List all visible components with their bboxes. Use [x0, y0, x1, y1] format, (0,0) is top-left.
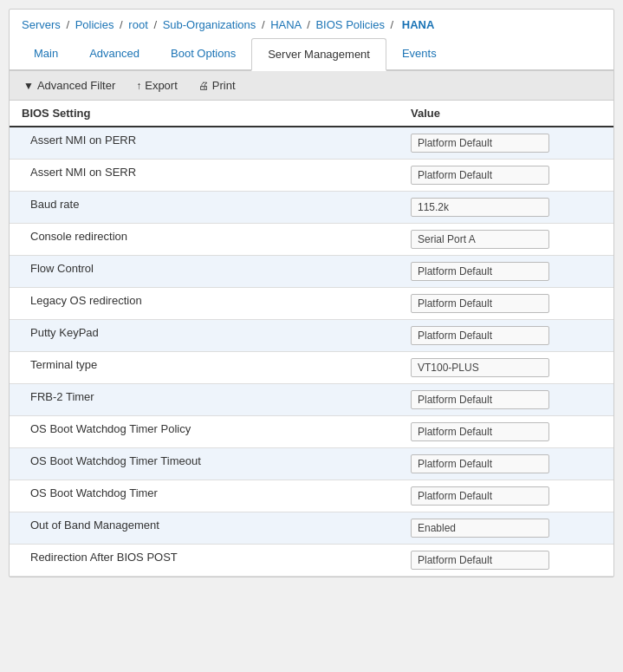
value-box: Platform Default: [411, 134, 549, 153]
breadcrumb-hana[interactable]: HANA: [270, 18, 301, 31]
value-box: Platform Default: [411, 262, 549, 281]
print-icon: 🖨: [198, 80, 209, 92]
breadcrumb-policies[interactable]: Policies: [75, 18, 114, 31]
cell-value: Platform Default: [411, 454, 601, 473]
cell-setting: Console redirection: [22, 230, 411, 249]
print-button[interactable]: 🖨 Print: [195, 77, 239, 94]
print-label: Print: [212, 79, 236, 92]
table-row: OS Boot Watchdog Timer Policy Platform D…: [10, 416, 613, 448]
breadcrumb-servers[interactable]: Servers: [22, 18, 61, 31]
cell-value: Platform Default: [411, 134, 601, 153]
breadcrumb-sub-organizations[interactable]: Sub-Organizations: [163, 18, 256, 31]
value-box: Platform Default: [411, 294, 549, 313]
cell-value: Platform Default: [411, 551, 601, 570]
value-box: Platform Default: [411, 422, 549, 441]
cell-value: 115.2k: [411, 198, 601, 217]
table-row: Baud rate 115.2k: [10, 192, 613, 224]
value-box: Enabled: [411, 519, 549, 538]
value-box: Platform Default: [411, 551, 549, 570]
cell-setting: Putty KeyPad: [22, 326, 411, 345]
cell-setting: Flow Control: [22, 262, 411, 281]
cell-value: Platform Default: [411, 486, 601, 506]
table-row: FRB-2 Timer Platform Default: [10, 384, 613, 416]
breadcrumb-root[interactable]: root: [128, 18, 147, 31]
cell-setting: OS Boot Watchdog Timer Timeout: [22, 454, 411, 473]
cell-setting: Assert NMI on SERR: [22, 166, 411, 185]
value-box: 115.2k: [411, 198, 549, 217]
value-box: Platform Default: [411, 486, 549, 506]
value-box: Serial Port A: [411, 230, 549, 249]
cell-setting: OS Boot Watchdog Timer Policy: [22, 422, 411, 441]
cell-setting: Baud rate: [22, 198, 411, 217]
filter-icon: ▼: [23, 80, 34, 92]
cell-value: Platform Default: [411, 294, 601, 313]
cell-setting: Redirection After BIOS POST: [22, 551, 411, 570]
advanced-filter-button[interactable]: ▼ Advanced Filter: [20, 77, 119, 94]
value-box: Platform Default: [411, 390, 549, 409]
tab-advanced[interactable]: Advanced: [74, 38, 155, 71]
cell-value: Platform Default: [411, 422, 601, 441]
breadcrumb: Servers / Policies / root / Sub-Organiza…: [10, 10, 613, 38]
table-row: Flow Control Platform Default: [10, 256, 613, 288]
cell-value: Enabled: [411, 519, 601, 538]
col-header-setting: BIOS Setting: [22, 107, 411, 120]
tabs-bar: Main Advanced Boot Options Server Manage…: [10, 38, 613, 71]
table-row: Terminal type VT100-PLUS: [10, 352, 613, 384]
table-header: BIOS Setting Value: [10, 101, 613, 127]
cell-setting: Legacy OS redirection: [22, 294, 411, 313]
main-container: Servers / Policies / root / Sub-Organiza…: [9, 9, 614, 577]
table-row: Console redirection Serial Port A: [10, 224, 613, 256]
cell-setting: Assert NMI on PERR: [22, 134, 411, 153]
tab-boot-options[interactable]: Boot Options: [155, 38, 251, 71]
table-row: Legacy OS redirection Platform Default: [10, 288, 613, 320]
cell-value: VT100-PLUS: [411, 358, 601, 377]
tab-server-management[interactable]: Server Management: [251, 38, 386, 71]
table-row: Assert NMI on PERR Platform Default: [10, 127, 613, 160]
breadcrumb-current: HANA: [402, 18, 435, 31]
breadcrumb-bios-policies[interactable]: BIOS Policies: [315, 18, 384, 31]
cell-value: Serial Port A: [411, 230, 601, 249]
export-icon: ↑: [136, 80, 141, 92]
cell-value: Platform Default: [411, 166, 601, 185]
table-row: OS Boot Watchdog Timer Timeout Platform …: [10, 448, 613, 480]
tab-main[interactable]: Main: [18, 38, 74, 71]
cell-setting: FRB-2 Timer: [22, 390, 411, 409]
cell-setting: Terminal type: [22, 358, 411, 377]
export-button[interactable]: ↑ Export: [133, 77, 181, 94]
cell-value: Platform Default: [411, 262, 601, 281]
table-body: Assert NMI on PERR Platform Default Asse…: [10, 127, 613, 577]
value-box: Platform Default: [411, 166, 549, 185]
table-row: Putty KeyPad Platform Default: [10, 320, 613, 352]
toolbar: ▼ Advanced Filter ↑ Export 🖨 Print: [10, 71, 613, 101]
value-box: Platform Default: [411, 454, 549, 473]
value-box: Platform Default: [411, 326, 549, 345]
table-row: Redirection After BIOS POST Platform Def…: [10, 545, 613, 577]
cell-setting: Out of Band Management: [22, 519, 411, 538]
cell-value: Platform Default: [411, 390, 601, 409]
table-row: Assert NMI on SERR Platform Default: [10, 160, 613, 192]
export-label: Export: [145, 79, 178, 92]
cell-value: Platform Default: [411, 326, 601, 345]
col-header-value: Value: [411, 107, 601, 120]
value-box: VT100-PLUS: [411, 358, 549, 377]
filter-label: Advanced Filter: [37, 79, 115, 92]
table-row: Out of Band Management Enabled: [10, 512, 613, 545]
tab-events[interactable]: Events: [386, 38, 452, 71]
cell-setting: OS Boot Watchdog Timer: [22, 486, 411, 506]
table-row: OS Boot Watchdog Timer Platform Default: [10, 480, 613, 512]
